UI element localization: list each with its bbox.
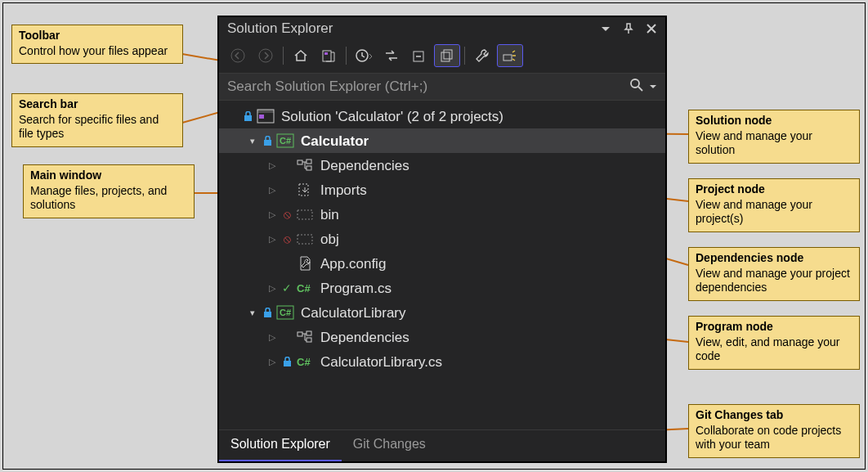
solution-label: Solution 'Calculator' (2 of 2 projects) — [281, 110, 503, 124]
tree-item-label: Program.cs — [320, 281, 391, 295]
appconfig-node[interactable]: App.config — [219, 251, 665, 276]
callout-search-title: Search bar — [19, 97, 176, 112]
callout-program-title: Program node — [696, 320, 852, 335]
forward-button[interactable] — [253, 45, 278, 66]
svg-rect-15 — [444, 50, 452, 59]
svg-rect-27 — [306, 166, 311, 170]
svg-rect-38 — [284, 361, 291, 366]
svg-rect-29 — [298, 210, 312, 219]
sync-button[interactable] — [379, 45, 404, 66]
dependencies-node[interactable]: ▷ Dependencies — [219, 153, 665, 178]
chevron-right-icon[interactable]: ▷ — [266, 284, 278, 293]
csharp-project-icon: C# — [276, 133, 294, 149]
callout-git-title: Git Changes tab — [696, 408, 852, 423]
svg-rect-21 — [259, 115, 264, 119]
chevron-right-icon[interactable]: ▷ — [266, 210, 278, 219]
tab-solution-explorer[interactable]: Solution Explorer — [219, 430, 342, 461]
svg-rect-16 — [503, 55, 512, 61]
chevron-down-icon[interactable]: ▾ — [247, 308, 258, 317]
svg-text:C#: C# — [280, 136, 291, 146]
solution-node[interactable]: Solution 'Calculator' (2 of 2 projects) — [219, 104, 665, 128]
obj-node[interactable]: ▷ ⦸ obj — [219, 227, 665, 251]
tree-item-label: bin — [320, 208, 339, 222]
svg-rect-26 — [306, 160, 311, 164]
chevron-right-icon[interactable]: ▷ — [266, 333, 278, 342]
dependencies-icon — [296, 329, 314, 345]
pin-icon[interactable] — [621, 21, 636, 36]
svg-rect-36 — [306, 331, 311, 335]
callout-toolbar: Toolbar Control how your files appear — [11, 25, 183, 64]
excluded-icon: ⦸ — [281, 209, 293, 220]
callout-dependencies: Dependencies node View and manage your p… — [688, 247, 860, 301]
callout-solution-title: Solution node — [696, 114, 852, 128]
project-node-calculatorlibrary[interactable]: ▾ C# CalculatorLibrary — [219, 300, 665, 325]
title-bar: Solution Explorer — [219, 17, 665, 42]
collapse-all-button[interactable] — [407, 45, 432, 66]
tree-item-label: Dependencies — [320, 330, 409, 344]
search-icon[interactable] — [629, 78, 644, 96]
window-options-icon[interactable] — [598, 21, 613, 36]
bottom-tabs: Solution Explorer Git Changes — [219, 429, 665, 461]
config-file-icon — [296, 255, 314, 272]
tab-git-changes[interactable]: Git Changes — [342, 430, 437, 461]
lock-icon — [242, 111, 253, 122]
chevron-right-icon[interactable]: ▷ — [266, 357, 278, 366]
callout-project: Project node View and manage your projec… — [688, 178, 860, 232]
chevron-right-icon[interactable]: ▷ — [266, 161, 278, 170]
callout-search: Search bar Search for specific files and… — [11, 93, 183, 147]
search-placeholder: Search Solution Explorer (Ctrl+;) — [227, 79, 427, 95]
toolbar — [219, 42, 665, 73]
tree-item-label: CalculatorLibrary.cs — [320, 355, 442, 369]
svg-point-9 — [259, 49, 272, 62]
callout-project-title: Project node — [696, 182, 852, 197]
lock-icon — [281, 357, 293, 367]
chevron-down-icon[interactable]: ▾ — [247, 137, 258, 146]
csharp-file-icon: C# — [296, 353, 314, 370]
home-button[interactable] — [289, 45, 313, 66]
tree-item-label: Dependencies — [320, 159, 409, 173]
close-icon[interactable] — [644, 21, 659, 36]
search-bar[interactable]: Search Solution Explorer (Ctrl+;) — [219, 73, 665, 101]
svg-rect-25 — [298, 160, 302, 164]
callout-dependencies-desc: View and manage your project dependencie… — [696, 267, 850, 294]
imports-icon — [296, 182, 314, 198]
callout-toolbar-desc: Control how your files appear — [19, 44, 168, 57]
solution-icon — [257, 108, 275, 124]
calculatorlibrary-file-node[interactable]: ▷ C# CalculatorLibrary.cs — [219, 349, 665, 374]
pending-changes-filter-button[interactable] — [351, 45, 376, 66]
chevron-right-icon[interactable]: ▷ — [266, 186, 278, 195]
chevron-right-icon[interactable]: ▷ — [266, 235, 278, 244]
show-all-files-button[interactable] — [435, 45, 459, 66]
callout-project-desc: View and manage your project(s) — [696, 198, 812, 226]
csharp-file-icon: C# — [296, 280, 314, 296]
switch-views-button[interactable] — [316, 45, 341, 66]
lock-icon — [262, 308, 273, 318]
properties-button[interactable] — [470, 45, 494, 66]
callout-main-desc: Manage files, projects, and solutions — [30, 184, 167, 212]
bin-node[interactable]: ▷ ⦸ bin — [219, 202, 665, 227]
tree-item-label: App.config — [320, 257, 386, 271]
dependencies-node[interactable]: ▷ Dependencies — [219, 325, 665, 349]
imports-node[interactable]: ▷ Imports — [219, 178, 665, 202]
search-dropdown-icon[interactable] — [649, 79, 657, 94]
svg-point-8 — [231, 49, 244, 62]
panel-title: Solution Explorer — [227, 20, 333, 37]
toolbar-separator — [346, 47, 347, 65]
svg-rect-10 — [323, 51, 331, 61]
callout-main-title: Main window — [30, 169, 187, 183]
tree-item-label: Imports — [320, 183, 367, 197]
project-label: CalculatorLibrary — [301, 306, 406, 320]
back-button[interactable] — [226, 45, 250, 66]
tree-view: Solution 'Calculator' (2 of 2 projects) … — [219, 101, 665, 429]
preview-button[interactable] — [498, 45, 522, 66]
checkmark-icon: ✓ — [281, 282, 293, 294]
svg-rect-32 — [264, 312, 271, 317]
callout-dependencies-title: Dependencies node — [696, 251, 852, 266]
program-node[interactable]: ▷ ✓ C# Program.cs — [219, 276, 665, 300]
project-label: Calculator — [301, 134, 369, 148]
callout-program: Program node View, edit, and manage your… — [688, 316, 860, 370]
csharp-project-icon: C# — [276, 304, 294, 321]
toolbar-separator — [464, 47, 465, 65]
project-node-calculator[interactable]: ▾ C# Calculator — [219, 128, 665, 153]
svg-rect-18 — [244, 115, 252, 121]
